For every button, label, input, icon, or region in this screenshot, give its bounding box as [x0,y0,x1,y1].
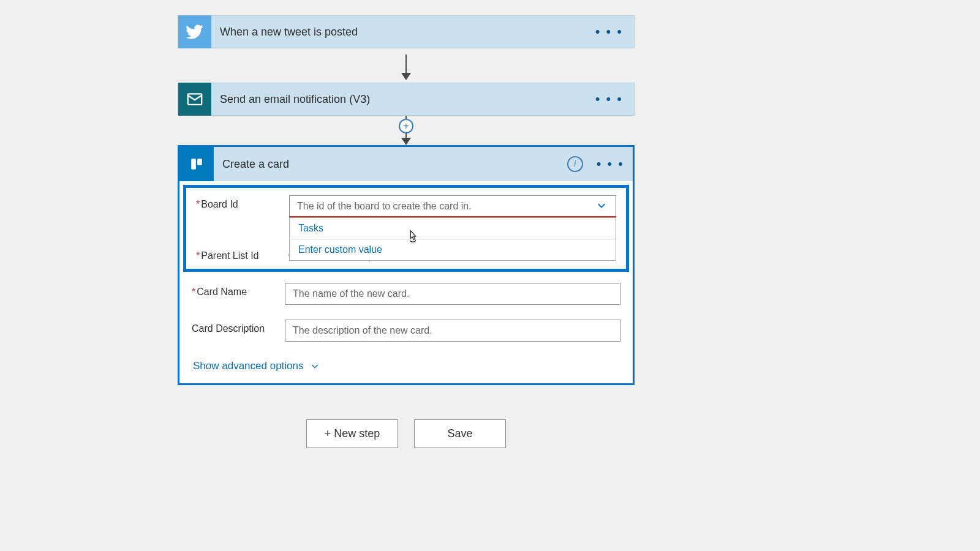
chevron-down-icon [596,200,607,212]
dropdown-option-tasks[interactable]: Tasks [290,218,616,239]
card-name-row: *Card Name [186,280,627,307]
step-twitter[interactable]: When a new tweet is posted • • • [178,15,635,48]
step-trello-expanded: Create a card i • • • *Board Id The id o… [178,145,635,385]
highlighted-fields: *Board Id The id of the board to create … [183,185,629,272]
svg-rect-4 [197,159,202,165]
more-icon[interactable]: • • • [597,156,624,172]
flow-canvas: When a new tweet is posted • • • Send an… [0,0,980,448]
chevron-down-icon [310,361,320,371]
new-step-button[interactable]: + New step [306,419,398,448]
dropdown-option-custom[interactable]: Enter custom value [290,239,616,260]
board-id-dropdown-list: Tasks Enter custom value [289,217,616,261]
info-icon[interactable]: i [567,156,583,172]
card-name-label: *Card Name [192,283,285,298]
board-id-dropdown[interactable]: The id of the board to create the card i… [289,195,616,217]
footer-buttons: + New step Save [306,419,506,448]
card-name-input[interactable] [285,283,620,305]
mail-icon [178,83,211,116]
remaining-fields: *Card Name Card Description [179,276,633,344]
card-description-label: Card Description [192,320,285,334]
card-description-row: Card Description [186,317,627,344]
card-description-input[interactable] [285,320,620,342]
step-trello-title: Create a card [222,158,289,171]
step-trello-header[interactable]: Create a card i • • • [179,147,633,181]
arrow-connector [405,51,407,80]
step-twitter-title: When a new tweet is posted [220,26,358,39]
more-icon[interactable]: • • • [595,24,623,40]
board-id-placeholder: The id of the board to create the card i… [297,201,472,212]
svg-rect-3 [191,159,196,170]
twitter-icon [178,15,211,48]
step-mail[interactable]: Send an email notification (V3) • • • [178,83,635,116]
step-mail-title: Send an email notification (V3) [220,93,370,106]
save-button[interactable]: Save [414,419,506,448]
flow-column: When a new tweet is posted • • • Send an… [178,15,635,448]
board-id-label: *Board Id [196,195,289,210]
trello-icon [179,147,214,181]
arrow-connector-insert: + [178,116,635,145]
more-icon[interactable]: • • • [595,91,623,107]
parent-list-id-label: *Parent List Id [196,247,289,261]
show-advanced-link[interactable]: Show advanced options [179,354,633,383]
board-id-row: *Board Id The id of the board to create … [190,193,622,220]
insert-step-button[interactable]: + [399,119,413,133]
show-advanced-label: Show advanced options [193,360,304,372]
